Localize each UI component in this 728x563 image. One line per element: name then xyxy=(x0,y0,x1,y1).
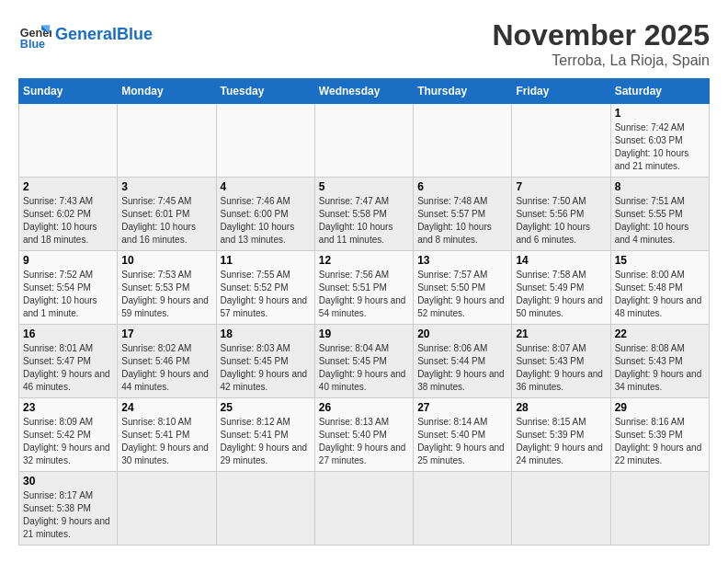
calendar-cell xyxy=(314,104,413,178)
day-info: Sunrise: 8:12 AM Sunset: 5:41 PM Dayligh… xyxy=(221,416,311,467)
calendar-cell: 14Sunrise: 7:58 AM Sunset: 5:49 PM Dayli… xyxy=(512,251,610,325)
day-number: 7 xyxy=(516,180,606,193)
logo-text: GeneralBlue xyxy=(55,26,153,44)
calendar-table: SundayMondayTuesdayWednesdayThursdayFrid… xyxy=(18,78,710,546)
day-number: 29 xyxy=(615,401,705,414)
calendar-cell: 23Sunrise: 8:09 AM Sunset: 5:42 PM Dayli… xyxy=(19,398,118,472)
calendar-cell: 8Sunrise: 7:51 AM Sunset: 5:55 PM Daylig… xyxy=(610,178,709,251)
calendar-cell: 30Sunrise: 8:17 AM Sunset: 5:38 PM Dayli… xyxy=(19,472,118,546)
day-number: 18 xyxy=(221,327,311,340)
day-info: Sunrise: 7:47 AM Sunset: 5:58 PM Dayligh… xyxy=(319,195,409,247)
day-number: 25 xyxy=(221,401,311,414)
logo-general: General xyxy=(55,25,117,43)
day-info: Sunrise: 7:42 AM Sunset: 6:03 PM Dayligh… xyxy=(615,121,705,173)
day-info: Sunrise: 8:08 AM Sunset: 5:43 PM Dayligh… xyxy=(615,342,705,394)
calendar-cell: 26Sunrise: 8:13 AM Sunset: 5:40 PM Dayli… xyxy=(314,398,413,472)
day-header-saturday: Saturday xyxy=(610,79,709,104)
calendar-cell xyxy=(118,472,216,546)
calendar-cell xyxy=(216,472,314,546)
day-header-thursday: Thursday xyxy=(414,79,512,104)
day-number: 23 xyxy=(23,401,113,414)
day-info: Sunrise: 8:07 AM Sunset: 5:43 PM Dayligh… xyxy=(516,342,606,394)
day-number: 17 xyxy=(121,327,211,340)
calendar-cell xyxy=(314,472,413,546)
day-number: 21 xyxy=(516,327,606,340)
day-info: Sunrise: 8:00 AM Sunset: 5:48 PM Dayligh… xyxy=(615,269,705,320)
day-header-tuesday: Tuesday xyxy=(216,79,314,104)
calendar-cell: 6Sunrise: 7:48 AM Sunset: 5:57 PM Daylig… xyxy=(414,178,512,251)
svg-text:Blue: Blue xyxy=(20,38,45,51)
calendar-cell: 24Sunrise: 8:10 AM Sunset: 5:41 PM Dayli… xyxy=(118,398,216,472)
day-number: 6 xyxy=(417,180,507,193)
day-number: 27 xyxy=(417,401,507,414)
calendar-cell xyxy=(512,104,610,178)
day-info: Sunrise: 8:04 AM Sunset: 5:45 PM Dayligh… xyxy=(319,342,409,394)
calendar-cell: 29Sunrise: 8:16 AM Sunset: 5:39 PM Dayli… xyxy=(610,398,709,472)
day-number: 16 xyxy=(23,327,113,340)
logo: General Blue GeneralBlue xyxy=(18,18,153,52)
calendar-cell: 22Sunrise: 8:08 AM Sunset: 5:43 PM Dayli… xyxy=(610,325,709,398)
title-area: November 2025 Terroba, La Rioja, Spain xyxy=(492,18,710,69)
day-number: 10 xyxy=(121,254,211,267)
day-header-friday: Friday xyxy=(512,79,610,104)
day-number: 5 xyxy=(319,180,409,193)
calendar-cell: 9Sunrise: 7:52 AM Sunset: 5:54 PM Daylig… xyxy=(19,251,118,325)
day-info: Sunrise: 8:06 AM Sunset: 5:44 PM Dayligh… xyxy=(417,342,507,394)
calendar-cell xyxy=(414,104,512,178)
calendar-week-5: 23Sunrise: 8:09 AM Sunset: 5:42 PM Dayli… xyxy=(19,398,710,472)
calendar-cell: 2Sunrise: 7:43 AM Sunset: 6:02 PM Daylig… xyxy=(19,178,118,251)
day-number: 26 xyxy=(319,401,409,414)
day-number: 3 xyxy=(121,180,211,193)
day-info: Sunrise: 7:55 AM Sunset: 5:52 PM Dayligh… xyxy=(221,269,311,320)
day-number: 28 xyxy=(516,401,606,414)
day-info: Sunrise: 8:10 AM Sunset: 5:41 PM Dayligh… xyxy=(121,416,211,467)
day-number: 14 xyxy=(516,254,606,267)
logo-icon: General Blue xyxy=(18,18,51,52)
day-info: Sunrise: 7:56 AM Sunset: 5:51 PM Dayligh… xyxy=(319,269,409,320)
day-info: Sunrise: 7:45 AM Sunset: 6:01 PM Dayligh… xyxy=(121,195,211,247)
day-info: Sunrise: 7:58 AM Sunset: 5:49 PM Dayligh… xyxy=(516,269,606,320)
day-info: Sunrise: 8:14 AM Sunset: 5:40 PM Dayligh… xyxy=(417,416,507,467)
calendar-cell: 21Sunrise: 8:07 AM Sunset: 5:43 PM Dayli… xyxy=(512,325,610,398)
calendar-week-3: 9Sunrise: 7:52 AM Sunset: 5:54 PM Daylig… xyxy=(19,251,710,325)
day-info: Sunrise: 8:16 AM Sunset: 5:39 PM Dayligh… xyxy=(615,416,705,467)
calendar-cell: 19Sunrise: 8:04 AM Sunset: 5:45 PM Dayli… xyxy=(314,325,413,398)
calendar-cell: 13Sunrise: 7:57 AM Sunset: 5:50 PM Dayli… xyxy=(414,251,512,325)
day-info: Sunrise: 8:02 AM Sunset: 5:46 PM Dayligh… xyxy=(121,342,211,394)
calendar-week-1: 1Sunrise: 7:42 AM Sunset: 6:03 PM Daylig… xyxy=(19,104,710,178)
day-header-wednesday: Wednesday xyxy=(314,79,413,104)
calendar-cell: 4Sunrise: 7:46 AM Sunset: 6:00 PM Daylig… xyxy=(216,178,314,251)
day-info: Sunrise: 8:17 AM Sunset: 5:38 PM Dayligh… xyxy=(23,489,113,541)
calendar-cell xyxy=(118,104,216,178)
day-number: 2 xyxy=(23,180,113,193)
day-number: 9 xyxy=(23,254,113,267)
calendar-cell: 20Sunrise: 8:06 AM Sunset: 5:44 PM Dayli… xyxy=(414,325,512,398)
month-title: November 2025 xyxy=(492,18,710,52)
day-number: 22 xyxy=(615,327,705,340)
calendar-cell xyxy=(216,104,314,178)
day-header-sunday: Sunday xyxy=(19,79,118,104)
calendar-week-6: 30Sunrise: 8:17 AM Sunset: 5:38 PM Dayli… xyxy=(19,472,710,546)
calendar-cell: 27Sunrise: 8:14 AM Sunset: 5:40 PM Dayli… xyxy=(414,398,512,472)
calendar-cell xyxy=(512,472,610,546)
calendar-cell: 5Sunrise: 7:47 AM Sunset: 5:58 PM Daylig… xyxy=(314,178,413,251)
calendar-cell: 28Sunrise: 8:15 AM Sunset: 5:39 PM Dayli… xyxy=(512,398,610,472)
calendar-cell: 7Sunrise: 7:50 AM Sunset: 5:56 PM Daylig… xyxy=(512,178,610,251)
day-info: Sunrise: 7:48 AM Sunset: 5:57 PM Dayligh… xyxy=(417,195,507,247)
day-info: Sunrise: 8:13 AM Sunset: 5:40 PM Dayligh… xyxy=(319,416,409,467)
calendar-cell: 18Sunrise: 8:03 AM Sunset: 5:45 PM Dayli… xyxy=(216,325,314,398)
calendar-cell: 11Sunrise: 7:55 AM Sunset: 5:52 PM Dayli… xyxy=(216,251,314,325)
day-info: Sunrise: 8:09 AM Sunset: 5:42 PM Dayligh… xyxy=(23,416,113,467)
day-number: 20 xyxy=(417,327,507,340)
day-info: Sunrise: 8:03 AM Sunset: 5:45 PM Dayligh… xyxy=(221,342,311,394)
calendar-cell xyxy=(610,472,709,546)
calendar-week-4: 16Sunrise: 8:01 AM Sunset: 5:47 PM Dayli… xyxy=(19,325,710,398)
calendar-cell: 16Sunrise: 8:01 AM Sunset: 5:47 PM Dayli… xyxy=(19,325,118,398)
day-info: Sunrise: 7:57 AM Sunset: 5:50 PM Dayligh… xyxy=(417,269,507,320)
day-header-monday: Monday xyxy=(118,79,216,104)
calendar-cell xyxy=(414,472,512,546)
day-info: Sunrise: 8:15 AM Sunset: 5:39 PM Dayligh… xyxy=(516,416,606,467)
calendar-cell: 25Sunrise: 8:12 AM Sunset: 5:41 PM Dayli… xyxy=(216,398,314,472)
day-number: 4 xyxy=(221,180,311,193)
day-info: Sunrise: 7:53 AM Sunset: 5:53 PM Dayligh… xyxy=(121,269,211,320)
